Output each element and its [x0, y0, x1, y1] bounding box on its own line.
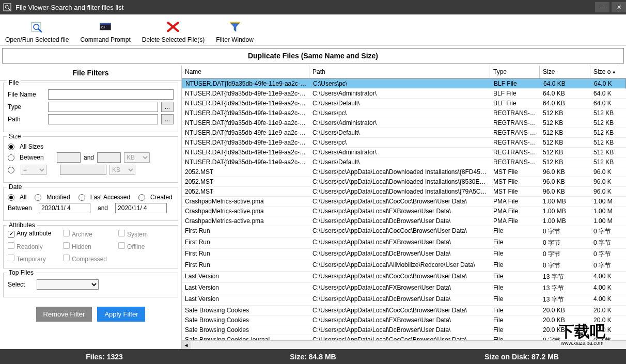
attr-archive-check — [63, 230, 70, 236]
type-browse-button[interactable]: ... — [161, 102, 174, 112]
table-row[interactable]: 2052.MSTC:\Users\pc\AppData\Local\Downlo… — [182, 177, 626, 187]
table-row[interactable]: Last VersionC:\Users\pc\AppData\Local\FX… — [182, 283, 626, 294]
table-row[interactable]: CrashpadMetrics-active.pmaC:\Users\pc\Ap… — [182, 207, 626, 216]
table-row[interactable]: First RunC:\Users\pc\AppData\Local\CocCo… — [182, 226, 626, 238]
cell-sizeon: 0 字节 — [590, 260, 618, 271]
cell-sizeon: 96.0 K — [590, 187, 618, 196]
cell-name: Safe Browsing Cookies — [182, 325, 309, 335]
table-row[interactable]: NTUSER.DAT{fd9a35db-49fe-11e9-aa2c-248a.… — [182, 99, 626, 108]
status-sizeondisk: Size on Disk: 87.2 MB — [417, 353, 626, 361]
table-row[interactable]: Last VersionC:\Users\pc\AppData\Local\Dc… — [182, 294, 626, 306]
table-row[interactable]: NTUSER.DAT{fd9a35db-49fe-11e9-aa2c-248a.… — [182, 108, 626, 118]
cell-sizeon: 1.00 M — [590, 197, 618, 206]
cell-size: 512 KB — [540, 138, 590, 147]
cell-size: 0 字节 — [540, 260, 590, 271]
svg-rect-12 — [230, 22, 240, 23]
cell-name: Safe Browsing Cookies — [182, 306, 309, 315]
svg-text:C:\: C:\ — [101, 26, 105, 29]
table-row[interactable]: Last VersionC:\Users\pc\AppData\Local\Co… — [182, 272, 626, 283]
date-all-radio[interactable] — [8, 194, 14, 201]
table-row[interactable]: Safe Browsing Cookies-journalC:\Users\pc… — [182, 335, 626, 340]
col-path[interactable]: Path — [309, 66, 490, 78]
table-row[interactable]: 2052.MSTC:\Users\pc\AppData\Local\Downlo… — [182, 167, 626, 177]
path-input[interactable] — [48, 114, 158, 124]
grid-body[interactable]: NTUSER.DAT{fd9a35db-49fe-11e9-aa2c-248a.… — [182, 78, 626, 340]
attr-temporary-check — [8, 255, 14, 261]
date-from-input[interactable] — [39, 203, 90, 213]
table-row[interactable]: First RunC:\Users\pc\AppData\Local\FXBro… — [182, 238, 626, 249]
cell-path: C:\Users\pc\ — [309, 138, 490, 147]
filename-input[interactable] — [48, 89, 174, 100]
size-all-radio[interactable] — [8, 144, 14, 150]
cell-sizeon: 512 KB — [590, 157, 618, 167]
cell-path: C:\Users\pc\AppData\Local\DcBrowser\User… — [309, 325, 490, 335]
attr-hidden-check — [63, 242, 70, 249]
cell-sizeon: 64.0 K — [590, 99, 618, 108]
cell-name: NTUSER.DAT{fd9a35db-49fe-11e9-aa2c-248a.… — [182, 89, 309, 98]
apply-filter-button[interactable]: Apply Filter — [97, 307, 145, 322]
col-type[interactable]: Type — [490, 66, 540, 78]
cell-size: 512 KB — [540, 157, 590, 167]
sort-asc-icon: ▲ — [612, 69, 616, 74]
table-row[interactable]: First RunC:\Users\pc\AppData\Local\AllMo… — [182, 260, 626, 272]
cell-size: 20.0 KB — [540, 315, 590, 325]
cell-name: CrashpadMetrics-active.pma — [182, 197, 309, 206]
table-row[interactable]: First RunC:\Users\pc\AppData\Local\DcBro… — [182, 249, 626, 260]
type-input[interactable] — [48, 102, 158, 112]
cell-size: 0 字节 — [540, 238, 590, 248]
cell-size: 1.00 MB — [540, 207, 590, 216]
cell-name: Safe Browsing Cookies — [182, 315, 309, 325]
table-row[interactable]: NTUSER.DAT{fd9a35db-49fe-11e9-aa2c-248a.… — [182, 78, 626, 89]
table-row[interactable]: Safe Browsing CookiesC:\Users\pc\AppData… — [182, 306, 626, 315]
svg-marker-11 — [230, 22, 240, 31]
col-name[interactable]: Name — [182, 66, 309, 78]
date-modified-radio[interactable] — [35, 194, 41, 201]
table-row[interactable]: Safe Browsing CookiesC:\Users\pc\AppData… — [182, 325, 626, 335]
minimize-button[interactable]: — — [595, 2, 609, 12]
date-to-input[interactable] — [115, 203, 167, 213]
cell-size: 1.00 MB — [540, 216, 590, 226]
table-row[interactable]: CrashpadMetrics-active.pmaC:\Users\pc\Ap… — [182, 197, 626, 207]
delete-selected-button[interactable]: Delete Selected File(s) — [139, 18, 208, 44]
date-created-radio[interactable] — [138, 194, 145, 201]
scroll-left-button[interactable]: ◄ — [182, 341, 191, 349]
table-row[interactable]: NTUSER.DAT{fd9a35db-49fe-11e9-aa2c-248a.… — [182, 118, 626, 128]
size-op-radio[interactable] — [8, 167, 14, 173]
cell-type: REGTRANS-MS ... — [490, 138, 540, 147]
topfiles-select[interactable] — [37, 279, 99, 290]
table-row[interactable]: CrashpadMetrics-active.pmaC:\Users\pc\Ap… — [182, 216, 626, 226]
table-row[interactable]: 2052.MSTC:\Users\pc\AppData\Local\Downlo… — [182, 187, 626, 197]
table-row[interactable]: NTUSER.DAT{fd9a35db-49fe-11e9-aa2c-248a.… — [182, 148, 626, 157]
filter-window-button[interactable]: Filter Window — [213, 18, 257, 44]
attr-any-check[interactable] — [8, 231, 14, 238]
horizontal-scrollbar[interactable]: ◄ — [182, 340, 626, 349]
command-prompt-button[interactable]: C:\ Command Prompt — [77, 18, 133, 44]
cell-type: File — [490, 283, 540, 294]
col-size[interactable]: Size — [540, 66, 590, 78]
path-browse-button[interactable]: ... — [161, 114, 174, 124]
cell-sizeon: 64.0 K — [591, 79, 619, 88]
table-row[interactable]: NTUSER.DAT{fd9a35db-49fe-11e9-aa2c-248a.… — [182, 128, 626, 138]
remove-filter-button[interactable]: Remove Filter — [36, 307, 92, 322]
table-row[interactable]: NTUSER.DAT{fd9a35db-49fe-11e9-aa2c-248a.… — [182, 89, 626, 99]
cell-size: 20.0 KB — [540, 325, 590, 335]
cell-sizeon: 4.00 K — [590, 294, 618, 305]
cell-sizeon: 96.0 K — [590, 167, 618, 177]
cell-sizeon: 1.00 M — [590, 216, 618, 226]
cell-name: NTUSER.DAT{fd9a35db-49fe-11e9-aa2c-248a.… — [182, 148, 309, 157]
cell-name: Last Version — [182, 294, 309, 305]
table-row[interactable]: Safe Browsing CookiesC:\Users\pc\AppData… — [182, 315, 626, 325]
cell-type: File — [490, 226, 540, 237]
close-button[interactable]: ✕ — [612, 2, 626, 12]
table-row[interactable]: NTUSER.DAT{fd9a35db-49fe-11e9-aa2c-248a.… — [182, 138, 626, 148]
open-run-button[interactable]: Open/Run Selected file — [2, 18, 72, 44]
cell-type: MST File — [490, 167, 540, 177]
col-sizeon[interactable]: Size o▲ — [590, 66, 618, 78]
date-accessed-radio[interactable] — [79, 194, 85, 201]
cell-size: 96.0 KB — [540, 177, 590, 186]
cell-sizeon: 0 字节 — [590, 226, 618, 237]
table-row[interactable]: NTUSER.DAT{fd9a35db-49fe-11e9-aa2c-248a.… — [182, 157, 626, 167]
cell-size: 512 KB — [540, 108, 590, 118]
size-between-radio[interactable] — [8, 154, 14, 161]
cell-sizeon: 4.00 K — [590, 283, 618, 294]
